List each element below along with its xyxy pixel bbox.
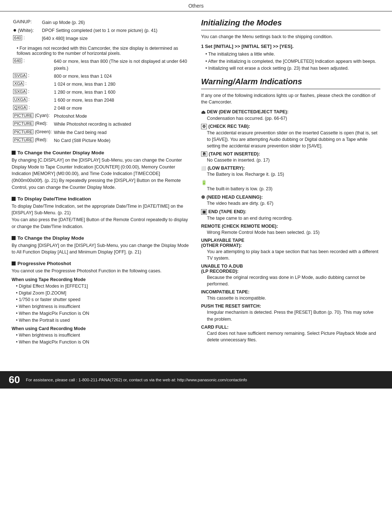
tape-bullets: Digital Effect Modes in [EFFECT1] Digita… xyxy=(12,283,191,324)
page-number: 60 xyxy=(9,374,20,386)
headclean-label-text: (NEED HEAD CLEANING): xyxy=(207,195,263,200)
alarm-label-tapeend: ▣ END (TAPE END): xyxy=(201,209,380,215)
table-row: UXGA : 1 600 or more, less than 2048 xyxy=(12,97,190,104)
label-white: ● (White): xyxy=(12,27,41,34)
size-value-svga: 800 or more, less than 1 024 xyxy=(53,73,191,80)
table-row: PICTURE (Green): While the Card being re… xyxy=(12,129,190,136)
table-row: PICTURE (Red): While Photoshot recording… xyxy=(12,121,190,128)
alarm-desc-builtinbatt: The built-in battery is low. (p. 23) xyxy=(201,186,380,192)
alarm-item-tapeend: ▣ END (TAPE END): The tape came to an en… xyxy=(201,209,380,222)
warning-title: Warning/Alarm Indications xyxy=(201,77,380,89)
table-row: GAINUP: Gain up Mode (p. 26) xyxy=(12,19,190,26)
table-row: 640 : [640 x 480] Image size xyxy=(12,35,190,42)
alarm-desc-lowbatt: The Battery is low. Recharge it. (p. 15) xyxy=(201,171,380,178)
size-value-uxga: 1 600 or more, less than 2048 xyxy=(53,97,191,104)
alarm-desc-notinserted: No Cassette in inserted. (p. 17) xyxy=(201,157,380,163)
alarm-desc-adub: Because the original recording was done … xyxy=(201,274,380,287)
section-date-time-body: To display Date/Time Indication, set the… xyxy=(12,203,191,230)
size-value-qxga: 2 048 or more xyxy=(53,105,191,112)
image-note: • For images not recorded with this Camc… xyxy=(12,46,191,56)
size-label-picture-red2: PICTURE (Red): xyxy=(12,137,53,144)
builtinbatt-icon: 🔋 xyxy=(201,180,207,185)
value-gainup: Gain up Mode (p. 26) xyxy=(41,19,190,26)
size-value-picture-green: While the Card being read xyxy=(53,129,191,136)
gainup-table: GAINUP: Gain up Mode (p. 26) ● (White): … xyxy=(12,18,191,43)
tapeend-icon: ▣ xyxy=(201,209,207,215)
headclean-icon: ⊗ xyxy=(201,194,205,200)
alarm-desc-tapeend: The tape came to an end during recording… xyxy=(201,215,380,222)
list-item: When brightness is insufficient xyxy=(16,332,191,339)
notinserted-label-text: (TAPE NOT INSERTED): xyxy=(209,151,260,157)
card-bullets: When brightness is insufficient When the… xyxy=(12,332,191,346)
sub-section-card-title: When using Card Recording Mode xyxy=(12,326,191,331)
size-label-uxga: UXGA : xyxy=(12,97,53,104)
list-item: Initializing will not erase a clock sett… xyxy=(205,65,380,72)
list-item: When the MagicPix Function is ON xyxy=(16,339,191,346)
black-square-icon xyxy=(12,151,16,155)
warning-intro: If any one of the following indications … xyxy=(201,92,380,105)
size-value-sxga: 1 280 or more, less than 1 600 xyxy=(53,89,191,96)
alarm-item-rectab: ⚙ (CHECK REC TAB): The accidental erasur… xyxy=(201,124,380,149)
alarm-item-builtinbatt: 🔋 The built-in battery is low. (p. 23) xyxy=(201,180,380,192)
alarm-desc-cardfull: Card does not have sufficient memory rem… xyxy=(201,330,380,343)
footer-text: For assistance, please call : 1-800-211-… xyxy=(26,378,247,382)
size-label-sxga: SXGA : xyxy=(12,89,53,96)
table-row: SVGA : 800 or more, less than 1 024 xyxy=(12,73,190,80)
size-label-qxga: QXGA : xyxy=(12,105,53,112)
alarm-item-headclean: ⊗ (NEED HEAD CLEANING): The video heads … xyxy=(201,194,380,207)
alarm-item-incompatible: INCOMPATIBLE TAPE: This cassette is inco… xyxy=(201,289,380,301)
alarm-desc-unplayable: You are attempting to play back a tape s… xyxy=(201,248,380,261)
alarm-item-cardfull: CARD FULL: Card does not have sufficient… xyxy=(201,325,380,343)
section-display-mode-header: To Change the Display Mode xyxy=(12,235,191,241)
list-item: Digital Zoom [D.ZOOM] xyxy=(16,290,191,297)
sub-section-tape-title: When using Tape Recording Mode xyxy=(12,277,191,282)
init-title: Initializing the Modes xyxy=(201,18,380,31)
lowbatt-label-text: (LOW BATTERY): xyxy=(208,166,245,171)
section-progressive-header: Progressive Photoshot xyxy=(12,261,191,266)
alarm-header-incompatible: INCOMPATIBLE TAPE: xyxy=(201,289,380,295)
section-date-time-title: To Display Date/Time Indication xyxy=(17,196,91,202)
table-row: XGA : 1 024 or more, less than 1 280 xyxy=(12,81,190,88)
section-date-time-header: To Display Date/Time Indication xyxy=(12,196,191,202)
size-table: 640 : 640 or more, less than 800 (The si… xyxy=(12,57,191,145)
section-display-mode-body: By changing [DISPLAY] on the [DISPLAY] S… xyxy=(12,242,191,256)
size-value-xga: 1 024 or more, less than 1 280 xyxy=(53,81,191,88)
size-label-picture-red: PICTURE (Red): xyxy=(12,121,53,128)
init-step: 1 Set [INITIAL] >> [INITIAL SET] >> [YES… xyxy=(201,44,380,49)
list-item: 1/750 s or faster shutter speed xyxy=(16,296,191,303)
size-value-picture-red2: No Card (Still Picture Mode) xyxy=(53,137,191,144)
section-progressive-body: You cannot use the Progressive Photoshot… xyxy=(12,268,191,275)
list-item: When brightness is insufficient xyxy=(16,303,191,310)
alarm-item-dew: ⏏ DEW (DEW DETECTED/EJECT TAPE): Condens… xyxy=(201,109,380,122)
list-item: The initializing takes a little while. xyxy=(205,51,380,58)
lowbatt-icon: ⬜ xyxy=(201,166,206,171)
size-label-picture-green: PICTURE (Green): xyxy=(12,129,53,136)
label-gainup: GAINUP: xyxy=(12,19,41,26)
rectab-label-text: (CHECK REC TAB): xyxy=(208,124,250,129)
alarm-header-cardfull: CARD FULL: xyxy=(201,325,380,330)
alarm-label-dew: ⏏ DEW (DEW DETECTED/EJECT TAPE): xyxy=(201,109,380,115)
size-label-xga: XGA : xyxy=(12,81,53,88)
black-square-icon xyxy=(12,261,16,265)
alarm-item-notinserted: 🖹 (TAPE NOT INSERTED): No Cassette in in… xyxy=(201,151,380,163)
alarm-desc-dew: Condensation has occurred. (pp. 66-67) xyxy=(201,115,380,122)
table-row: PICTURE (Cyan): Photoshot Mode xyxy=(12,113,190,120)
alarm-desc-reset: Irregular mechanism is detected. Press t… xyxy=(201,309,380,322)
section-counter-display-body: By changing [C.DISPLAY] on the [DISPLAY]… xyxy=(12,157,191,191)
alarm-label-lowbatt: ⬜ (LOW BATTERY): xyxy=(201,166,380,171)
init-intro: You can change the Menu settings back to… xyxy=(201,33,380,40)
rectab-icon: ⚙ xyxy=(201,124,207,129)
value-white: DPOF Setting completed (set to 1 or more… xyxy=(41,27,190,34)
black-square-icon xyxy=(12,236,16,240)
table-row: 640 : 640 or more, less than 800 (The si… xyxy=(12,58,190,72)
left-column: GAINUP: Gain up Mode (p. 26) ● (White): … xyxy=(12,18,191,346)
alarm-item-reset: PUSH THE RESET SWITCH: Irregular mechani… xyxy=(201,304,380,322)
page-wrapper: Others GAINUP: Gain up Mode (p. 26) ● (W… xyxy=(0,0,392,532)
list-item: After the initializing is completed, the… xyxy=(205,58,380,65)
value-640: [640 x 480] Image size xyxy=(41,35,190,42)
page-header: Others xyxy=(0,0,392,12)
section-counter-display-header: To Change the Counter Display Mode xyxy=(12,150,191,155)
tapeend-label-text: END (TAPE END): xyxy=(208,209,246,214)
size-value-picture-cyan: Photoshot Mode xyxy=(53,113,191,120)
header-title: Others xyxy=(188,3,204,9)
